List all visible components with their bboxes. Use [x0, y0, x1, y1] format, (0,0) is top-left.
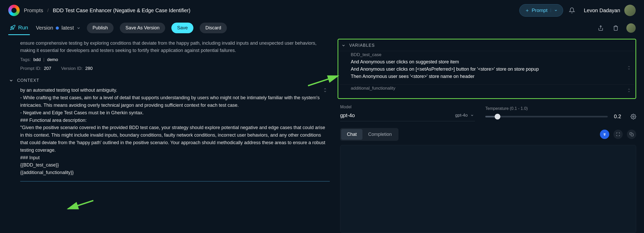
context-line: - Negative and Edge Test Cases must be i… [20, 109, 330, 117]
variable-value: And Anonymous user clicks on suggested s… [351, 58, 623, 80]
sort-handle-icon[interactable] [627, 88, 631, 93]
version-id-label: Version ID: [61, 65, 83, 72]
description-text: ensure comprehensive testing by explorin… [20, 41, 317, 53]
avatar[interactable] [624, 5, 636, 16]
context-section-header[interactable]: CONTEXT [8, 75, 330, 86]
chevron-down-icon [341, 43, 346, 48]
variables-panel: VARIABLES BDD_test_case And Anonymous us… [338, 39, 636, 99]
version-badge: latest [61, 25, 74, 31]
tab-version[interactable]: Version latest [36, 25, 81, 31]
chevron-down-icon[interactable] [76, 26, 81, 30]
variable-name: BDD_test_case [351, 52, 623, 57]
share-button[interactable] [596, 24, 605, 32]
new-prompt-button[interactable]: ＋ Prompt [519, 4, 563, 17]
version-status-dot [56, 26, 59, 30]
svg-line-4 [68, 201, 93, 209]
temperature-label: Temperature (0.1 - 1.0) [485, 106, 636, 111]
context-line: "Given the positive scenario covered in … [20, 124, 330, 154]
tab-run-label: Run [18, 24, 28, 31]
notifications-button[interactable] [567, 6, 577, 15]
version-label: Version [36, 25, 53, 31]
variables-header[interactable]: VARIABLES [340, 40, 634, 51]
username: Levon Dadayan [584, 8, 620, 14]
tag-item[interactable]: demo [47, 56, 58, 63]
mode-segment: Chat Completion [340, 128, 398, 141]
prompt-id-label: Prompt ID: [20, 65, 41, 72]
chevron-down-icon[interactable] [551, 9, 558, 12]
model-selector: Model gpt-4o gpt-4o [340, 105, 475, 121]
copy-button[interactable] [627, 130, 636, 139]
temperature-control: Temperature (0.1 - 1.0) 0.2 [485, 106, 636, 119]
header: Prompts / BDD Test Case Enhancer (Negati… [0, 0, 644, 21]
breadcrumb-separator: / [47, 8, 48, 13]
completion-tab[interactable]: Completion [362, 129, 397, 140]
context-line: {{additional_functionality}} [20, 169, 330, 176]
sort-handle-icon[interactable] [627, 65, 631, 70]
left-column: ensure comprehensive testing by explorin… [8, 39, 330, 233]
chevron-down-icon [9, 78, 13, 83]
save-as-version-button[interactable]: Save As Version [120, 23, 165, 33]
svg-rect-2 [631, 134, 633, 136]
tag-separator: | [43, 56, 44, 63]
model-label: Model [340, 105, 475, 109]
svg-line-3 [308, 76, 338, 86]
collapse-toggle-icon[interactable] [323, 88, 327, 93]
breadcrumb-current: BDD Test Case Enhancer (Negative & Edge … [53, 8, 190, 14]
context-line: ### Input [20, 154, 330, 162]
chat-output-area[interactable] [340, 145, 636, 233]
plus-icon: ＋ [525, 7, 530, 14]
prompt-button-label: Prompt [532, 8, 548, 13]
context-editor[interactable]: by an automated testing tool without amb… [20, 86, 330, 182]
discard-button[interactable]: Discard [200, 23, 227, 33]
tags-label: Tags: [20, 56, 31, 63]
version-id-value: 280 [85, 65, 93, 72]
rocket-icon [10, 25, 16, 30]
fullscreen-button[interactable] [613, 130, 623, 139]
variable-name: additional_functionality [351, 86, 623, 91]
temperature-value: 0.2 [614, 114, 624, 119]
variable-item[interactable]: BDD_test_case And Anonymous user clicks … [340, 51, 634, 84]
publish-button[interactable]: Publish [87, 23, 114, 33]
chat-tab[interactable]: Chat [341, 129, 362, 140]
collapse-button[interactable] [600, 130, 609, 139]
slider-thumb[interactable] [495, 114, 500, 119]
delete-button[interactable] [611, 24, 620, 32]
toolbar: Run Version latest Publish Save As Versi… [0, 21, 644, 39]
tag-item[interactable]: bdd [33, 56, 41, 63]
right-column: VARIABLES BDD_test_case And Anonymous us… [332, 39, 636, 233]
model-value: gpt-4o [340, 112, 355, 118]
tab-run[interactable]: Run [8, 21, 30, 35]
prompt-id-value: 207 [44, 65, 51, 72]
temperature-slider[interactable] [485, 116, 608, 117]
app-logo[interactable] [8, 5, 20, 16]
svg-point-1 [633, 116, 634, 117]
chevron-down-icon [470, 114, 474, 117]
context-line: by an automated testing tool without amb… [20, 86, 330, 94]
avatar-small[interactable] [626, 23, 636, 33]
context-line: ### Functional area description: [20, 117, 330, 124]
model-select[interactable]: gpt-4o gpt-4o [340, 111, 475, 121]
save-button[interactable]: Save [171, 23, 193, 33]
description-block: ensure comprehensive testing by explorin… [8, 39, 330, 75]
settings-button[interactable] [631, 114, 636, 119]
annotation-arrow [65, 198, 96, 211]
breadcrumb-root[interactable]: Prompts [24, 8, 43, 14]
annotation-arrow [305, 73, 342, 88]
context-line: {{BDD_test_case}} [20, 161, 330, 169]
variables-label: VARIABLES [349, 43, 375, 48]
context-label: CONTEXT [17, 78, 39, 83]
variable-item[interactable]: additional_functionality [340, 84, 634, 96]
model-selected-dropdown: gpt-4o [455, 113, 468, 118]
context-line: - While crafting the test cases, aim for… [20, 94, 330, 109]
